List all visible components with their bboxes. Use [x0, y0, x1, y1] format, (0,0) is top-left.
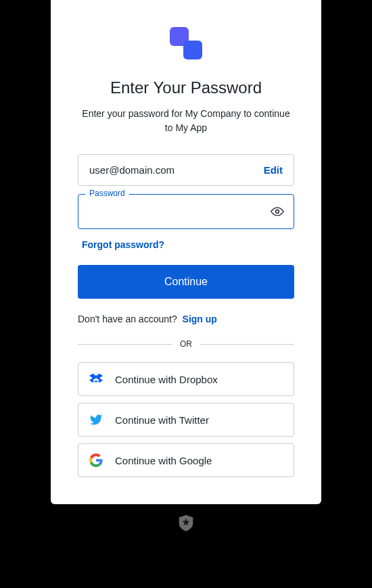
svg-point-0 — [276, 210, 279, 214]
divider-text: OR — [180, 339, 192, 349]
email-value: user@domain.com — [89, 164, 175, 176]
password-label: Password — [85, 189, 129, 198]
dropbox-label: Continue with Dropbox — [115, 374, 218, 385]
email-display: user@domain.com Edit — [78, 154, 294, 186]
twitter-icon — [89, 413, 103, 426]
continue-twitter-button[interactable]: Continue with Twitter — [78, 403, 294, 437]
logo-icon — [170, 27, 202, 59]
logo — [78, 27, 294, 59]
signup-link[interactable]: Sign up — [183, 314, 217, 324]
login-card: Enter Your Password Enter your password … — [51, 0, 321, 504]
twitter-label: Continue with Twitter — [115, 414, 209, 426]
divider: OR — [78, 339, 294, 349]
edit-email-link[interactable]: Edit — [264, 164, 283, 176]
dropbox-icon — [89, 372, 103, 386]
continue-google-button[interactable]: Continue with Google — [78, 443, 294, 477]
divider-line — [78, 344, 172, 345]
signup-prompt: Don't have an account? — [78, 314, 177, 324]
footer-badge — [179, 515, 193, 534]
page-subtitle: Enter your password for My Company to co… — [78, 107, 294, 135]
google-label: Continue with Google — [115, 455, 212, 466]
auth-provider-icon — [179, 515, 193, 534]
continue-button[interactable]: Continue — [78, 265, 294, 299]
forgot-password-link[interactable]: Forgot password? — [82, 239, 164, 250]
show-password-icon[interactable] — [271, 205, 284, 218]
divider-line — [200, 344, 294, 345]
signup-row: Don't have an account? Sign up — [78, 314, 294, 324]
continue-dropbox-button[interactable]: Continue with Dropbox — [78, 362, 294, 396]
page-title: Enter Your Password — [78, 78, 294, 97]
password-input[interactable] — [89, 205, 264, 217]
password-field-wrap[interactable]: Password — [78, 194, 294, 229]
google-icon — [89, 454, 103, 467]
